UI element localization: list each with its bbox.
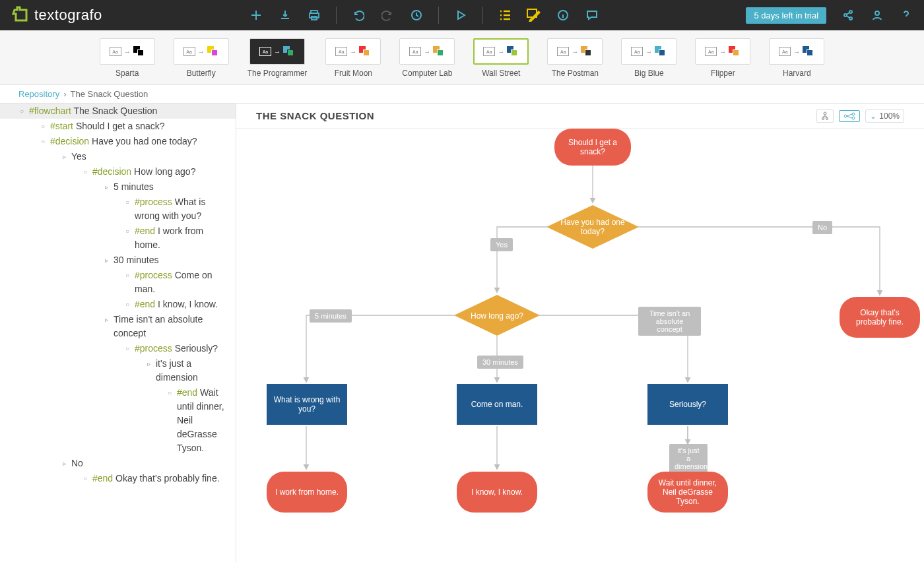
tree-line[interactable]: ○#process Seriously? — [0, 341, 236, 356]
zoom-select[interactable]: ⌄100% — [865, 109, 904, 123]
tree-line[interactable]: ▹Yes — [0, 149, 236, 164]
app-logo[interactable]: textografo — [11, 6, 102, 24]
play-icon[interactable] — [453, 8, 468, 22]
theme-sparta[interactable]: Aa → Sparta — [100, 38, 155, 84]
diagram-title: THE SNACK QUESTION — [256, 110, 374, 121]
trial-badge[interactable]: 5 days left in trial — [746, 7, 826, 24]
svg-point-13 — [844, 115, 847, 117]
tree-line[interactable]: ○#decision How long ago? — [0, 164, 236, 179]
process-node[interactable]: Seriously? — [647, 384, 728, 425]
svg-point-15 — [852, 117, 855, 119]
theme-programmer[interactable]: Aa → The Programmer — [248, 38, 308, 84]
tree-view-toggle[interactable] — [816, 109, 834, 123]
add-icon[interactable] — [249, 8, 263, 22]
graph-view-toggle[interactable] — [839, 110, 860, 122]
edge-label-5min: 5 minutes — [310, 309, 352, 323]
theme-butterfly[interactable]: Aa → Butterfly — [174, 38, 229, 84]
theme-fruitmoon[interactable]: Aa → Fruit Moon — [325, 38, 381, 84]
process-node[interactable]: Come on man. — [457, 384, 537, 425]
share-icon[interactable] — [841, 8, 855, 22]
svg-point-10 — [824, 112, 826, 115]
breadcrumb: Repository › The Snack Question — [0, 85, 924, 104]
theme-postman[interactable]: Aa → The Postman — [547, 38, 603, 84]
edge-label-30min: 30 minutes — [477, 356, 523, 369]
svg-point-11 — [822, 117, 824, 119]
svg-text:Have you had one: Have you had one — [560, 218, 625, 227]
theme-bigblue[interactable]: Aa → Big Blue — [621, 38, 676, 84]
tree-line[interactable]: ○#end I work from home. — [0, 224, 236, 253]
logo-icon — [11, 6, 29, 24]
tree-line[interactable]: ▹Time isn't an absolute concept — [0, 312, 236, 341]
tree-line[interactable]: ▹30 minutes — [0, 253, 236, 268]
svg-text:How long ago?: How long ago? — [471, 311, 523, 321]
canvas-header: THE SNACK QUESTION ⌄100% — [236, 104, 924, 129]
tree-line[interactable]: ○#process Come on man. — [0, 268, 236, 297]
tree-line[interactable]: ▹5 minutes — [0, 179, 236, 195]
highlight-icon[interactable] — [527, 8, 541, 22]
tree-line[interactable]: ▹it's just a dimension — [0, 356, 236, 385]
end-node[interactable]: Okay that's probably fine. — [840, 297, 920, 338]
breadcrumb-current: The Snack Question — [70, 89, 148, 99]
svg-point-6 — [844, 14, 847, 16]
undo-icon[interactable] — [351, 8, 366, 22]
comment-icon[interactable] — [585, 8, 599, 22]
flowchart: Have you had one today? How long ago? Sh… — [236, 129, 924, 562]
end-node[interactable]: I know, I know. — [457, 472, 537, 513]
info-icon[interactable] — [556, 8, 570, 22]
breadcrumb-root[interactable]: Repository — [18, 89, 59, 99]
edge-label-yes: Yes — [490, 238, 513, 251]
edge-label-no: No — [812, 221, 832, 234]
theme-wallstreet[interactable]: Aa → Wall Street — [473, 38, 529, 84]
tree-line[interactable]: ○#end Okay that's probably fine. — [0, 471, 236, 486]
outline-icon[interactable] — [498, 8, 512, 22]
start-node[interactable]: Should I get a snack? — [554, 129, 631, 166]
edge-label-dim: it's just a dimension — [669, 444, 708, 473]
theme-picker: Aa → Sparta Aa → Butterfly Aa → The Prog… — [0, 30, 924, 85]
svg-point-14 — [852, 113, 855, 115]
help-icon[interactable] — [899, 8, 913, 22]
tree-root[interactable]: ○#flowchart The Snack Question — [0, 104, 236, 119]
tree-line[interactable]: ○#decision Have you had one today? — [0, 134, 236, 149]
user-icon[interactable] — [870, 8, 884, 22]
print-icon[interactable] — [307, 8, 321, 22]
tree-line[interactable]: ○#start Should I get a snack? — [0, 119, 236, 134]
svg-point-9 — [875, 11, 879, 15]
tree-line[interactable]: ○#end I know, I know. — [0, 297, 236, 312]
download-icon[interactable] — [278, 8, 292, 22]
svg-text:today?: today? — [581, 227, 605, 236]
redo-icon[interactable] — [380, 8, 395, 22]
chevron-right-icon: › — [63, 89, 66, 99]
top-toolbar: textografo 5 days left in trial — [0, 0, 924, 30]
svg-point-8 — [849, 17, 852, 20]
svg-point-7 — [849, 11, 852, 13]
app-name: textografo — [34, 7, 102, 24]
process-node[interactable]: What is wrong with you? — [267, 384, 347, 425]
svg-point-12 — [826, 117, 828, 119]
tree-line[interactable]: ▹No — [0, 456, 236, 471]
history-icon[interactable] — [409, 8, 424, 22]
tree-line[interactable]: ○#process What is wrong with you? — [0, 195, 236, 224]
theme-flipper[interactable]: Aa → Flipper — [695, 38, 750, 84]
theme-computerlab[interactable]: Aa → Computer Lab — [399, 38, 455, 84]
end-node[interactable]: I work from home. — [267, 472, 347, 513]
diagram-canvas[interactable]: THE SNACK QUESTION ⌄100% Have you had on… — [236, 104, 924, 562]
end-node[interactable]: Wait until dinner, Neil deGrasse Tyson. — [647, 472, 728, 513]
outline-tree[interactable]: ○#flowchart The Snack Question○#start Sh… — [0, 104, 236, 562]
theme-harvard[interactable]: Aa → Harvard — [769, 38, 824, 84]
tree-line[interactable]: ○#end Wait until dinner, Neil deGrasse T… — [0, 385, 236, 456]
edge-label-time: Time isn't an absolute concept — [638, 307, 701, 336]
